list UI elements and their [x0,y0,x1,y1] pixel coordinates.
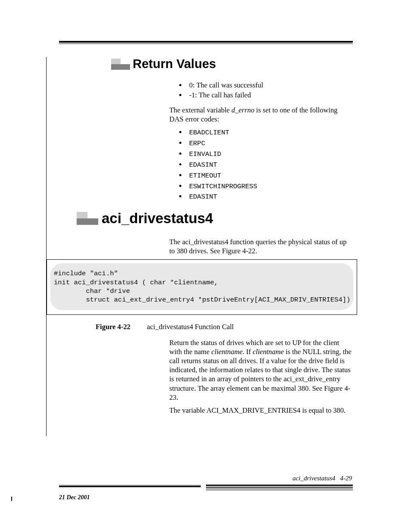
heading-return-values: Return Values [133,57,216,71]
figure-caption: aci_drivestatus4 Function Call [147,323,234,331]
top-rule [59,41,353,44]
list-item: -1: The call has failed [187,90,353,100]
code-block: #include "aci.h" init aci_drivestatus4 (… [50,263,353,310]
footer-page-number: 4-29 [340,475,352,482]
footer-right: aci_drivestatus4 4-29 [59,475,353,482]
heading-aci-drivestatus4: aci_drivestatus4 [102,210,213,227]
description-paragraph-1: Return the status of drives which are se… [169,338,353,402]
footer-date: 21 Dec 2001 [59,494,353,501]
footer-section-name: aci_drivestatus4 [293,475,335,482]
aci-intro-paragraph: The aci_drivestatus4 function queries th… [169,237,353,255]
error-code-list: EBADCLIENT ERPC EINVALID EDASINT ETIMEOU… [169,128,353,202]
aci-intro-body: The aci_drivestatus4 function queries th… [169,237,353,255]
aci-description-body: Return the status of drives which are se… [169,338,353,415]
list-item: EDASINT [187,160,353,170]
list-item: EDASINT [187,192,353,202]
list-item: EBADCLIENT [187,128,353,137]
footer-rule [59,485,353,492]
page: Return Values 0: The call was successful… [0,0,411,436]
figure-caption-row: Figure 4-22 aci_drivestatus4 Function Ca… [96,323,353,331]
list-item: ERPC [187,138,353,148]
list-item: ESWITCHINPROGRESS [187,181,353,191]
list-item: EINVALID [187,149,353,159]
return-value-list: 0: The call was successful -1: The call … [169,81,353,100]
code-text: #include "aci.h" init aci_drivestatus4 (… [54,269,350,304]
figure-label: Figure 4-22 [96,323,145,331]
list-item: 0: The call was successful [187,81,353,90]
section-marker-icon [111,59,130,70]
content-column: Return Values 0: The call was successful… [46,57,353,436]
code-figure-box: #include "aci.h" init aci_drivestatus4 (… [47,259,357,315]
page-footer: aci_drivestatus4 4-29 21 Dec 2001 [59,475,353,501]
return-values-body: 0: The call was successful -1: The call … [169,81,353,202]
error-intro: The external variable d_errno is set to … [169,106,353,124]
description-paragraph-2: The variable ACI_MAX_DRIVE_ENTRIES4 is e… [169,406,353,415]
list-item: ETIMEOUT [187,171,353,180]
section-header-return-values: Return Values [111,57,353,71]
change-bar-icon [11,497,12,501]
section-marker-icon [77,212,98,225]
section-header-aci-drivestatus4: aci_drivestatus4 [77,210,353,227]
